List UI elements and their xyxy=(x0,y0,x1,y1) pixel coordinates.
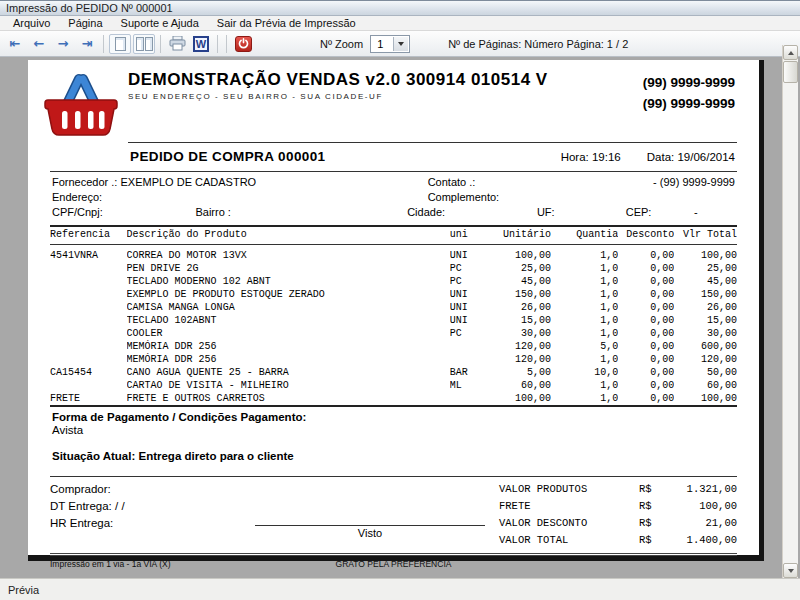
cidade-label: Cidade: xyxy=(407,205,537,220)
column-header: Vlr Total xyxy=(674,227,737,245)
table-row: MEMÓRIA DDR 256120,001,00,00120,00 xyxy=(50,353,737,366)
table-row: 4541VNRACORREA DO MOTOR 13VXUNI100,001,0… xyxy=(50,249,737,262)
table-row: PEN DRIVE 2GPC25,001,00,0025,00 xyxy=(50,262,737,275)
table-row: CARTAO DE VISITA - MILHEIROML60,001,00,0… xyxy=(50,379,737,392)
order-title-row: PEDIDO DE COMPRA 000001 Hora: 19:16 Data… xyxy=(128,143,737,171)
first-page-icon: ⇤ xyxy=(10,37,21,50)
table-row: EXEMPLO DE PRODUTO ESTOQUE ZERADOUNI150,… xyxy=(50,288,737,301)
uf-label: UF: xyxy=(537,205,626,220)
toolbar-separator xyxy=(103,35,104,53)
power-icon xyxy=(235,36,252,52)
zoom-label: Nº Zoom xyxy=(320,38,363,50)
items-table-header: ReferenciaDescrição do ProdutouniUnitári… xyxy=(50,227,737,245)
cpf-label: CPF/Cnpj: xyxy=(52,205,195,220)
arrow-up-icon xyxy=(788,51,794,55)
menu-suporte-e-ajuda[interactable]: Suporte e Ajuda xyxy=(112,17,208,29)
items-table: ReferenciaDescrição do ProdutouniUnitári… xyxy=(50,227,737,405)
column-header: uni xyxy=(450,227,488,245)
single-page-view-button[interactable] xyxy=(109,34,131,54)
word-icon: W xyxy=(193,36,209,52)
cep-label: CEP: xyxy=(626,205,694,220)
menu-arquivo[interactable]: Arquivo xyxy=(4,17,59,29)
column-header: Unitário xyxy=(487,227,551,245)
print-button[interactable] xyxy=(166,34,188,54)
bairro-label: Bairro : xyxy=(195,205,407,220)
order-time: Hora: 19:16 xyxy=(561,151,621,163)
export-word-button[interactable]: W xyxy=(190,34,212,54)
column-header: Referencia xyxy=(50,227,127,245)
printer-icon xyxy=(169,36,186,51)
toolbar-separator xyxy=(226,35,227,53)
order-date: Data: 19/06/2014 xyxy=(647,151,735,163)
single-page-icon xyxy=(115,37,126,51)
signature-totals-section: Comprador: DT Entrega: / / HR Entrega: V… xyxy=(50,477,737,553)
scroll-up-button[interactable] xyxy=(783,45,798,60)
basket-logo-icon xyxy=(40,70,122,138)
table-row: COOLERPC30,001,00,0030,00 xyxy=(50,327,737,340)
next-page-icon: → xyxy=(58,37,69,50)
total-row: FRETER$100,00 xyxy=(499,498,737,515)
table-row: TECLADO MODERNO 102 ABNTPC45,001,00,0045… xyxy=(50,275,737,288)
dropdown-arrow-icon[interactable] xyxy=(393,37,408,51)
zoom-value: 1 xyxy=(377,38,383,50)
last-page-button[interactable]: ⇥ xyxy=(76,34,98,54)
scroll-down-button[interactable] xyxy=(783,563,798,578)
menu-pagina[interactable]: Página xyxy=(59,17,111,29)
column-header: Quantia xyxy=(551,227,618,245)
cep-value: - xyxy=(694,205,698,220)
toolbar-separator xyxy=(160,35,161,53)
status-text: Prévia xyxy=(8,584,39,596)
company-phone-2: (99) 9999-9999 xyxy=(643,93,735,114)
close-preview-button[interactable] xyxy=(232,34,254,54)
document-page: DEMONSTRAÇÃO VENDAS v2.0 300914 010514 V… xyxy=(28,60,764,561)
contato-label: Contato .: xyxy=(428,175,476,190)
column-header: Desconto xyxy=(618,227,674,245)
table-row: CAMISA MANGA LONGAUNI26,001,00,0026,00 xyxy=(50,301,737,314)
visto-label: Visto xyxy=(255,527,485,539)
table-row: FRETEFRETE E OUTROS CARRETOS100,001,00,0… xyxy=(50,392,737,405)
window-titlebar: Impressão do PEDIDO Nº 000001 xyxy=(0,0,800,16)
company-phone-1: (99) 9999-9999 xyxy=(643,72,735,93)
status-bar: Prévia xyxy=(0,578,800,600)
next-page-button[interactable]: → xyxy=(52,34,74,54)
previous-page-icon: ← xyxy=(34,37,45,50)
endereco-label: Endereço: xyxy=(52,190,428,205)
arrow-down-icon xyxy=(788,569,794,573)
payment-section: Forma de Pagamento / Condições Pagamento… xyxy=(50,407,737,476)
situacao-atual: Situação Atual: Entrega direto para o cl… xyxy=(52,450,735,474)
fornecedor-value: EXEMPLO DE CADASTRO xyxy=(120,176,256,188)
complemento-label: Complemento: xyxy=(428,190,500,205)
menu-bar: Arquivo Página Suporte e Ajuda Sair da P… xyxy=(0,16,800,31)
supplier-section: Fornecedor .: EXEMPLO DE CADASTRO Contat… xyxy=(50,172,737,225)
previous-page-button[interactable]: ← xyxy=(28,34,50,54)
window-title: Impressão do PEDIDO Nº 000001 xyxy=(6,2,173,14)
contato-value: - (99) 9999-9999 xyxy=(653,175,735,190)
signature-line xyxy=(255,525,485,526)
payment-label: Forma de Pagamento / Condições Pagamento… xyxy=(52,411,735,423)
table-row: TECLADO 102ABNTUNI15,001,00,0015,00 xyxy=(50,314,737,327)
table-row: MEMÓRIA DDR 256120,005,00,00600,00 xyxy=(50,340,737,353)
fornecedor-label: Fornecedor .: xyxy=(52,176,117,188)
total-row: VALOR PRODUTOSR$1.321,00 xyxy=(499,481,737,498)
order-title: PEDIDO DE COMPRA 000001 xyxy=(130,149,326,164)
column-header: Descrição do Produto xyxy=(127,227,450,245)
total-row: VALOR TOTALR$1.400,00 xyxy=(499,532,737,549)
total-row: VALOR DESCONTOR$21,00 xyxy=(499,515,737,532)
toolbar: ⇤ ← → ⇥ W Nº Zoom 1 Nº de Páginas: Númer… xyxy=(0,31,800,57)
document-header: DEMONSTRAÇÃO VENDAS v2.0 300914 010514 V… xyxy=(50,70,737,134)
toolbar-separator xyxy=(217,35,218,53)
totals-block: VALOR PRODUTOSR$1.321,00FRETER$100,00VAL… xyxy=(499,481,737,549)
table-row: CA15454CANO AGUA QUENTE 25 - BARRABAR5,0… xyxy=(50,366,737,379)
dt-entrega-label: DT Entrega: xyxy=(50,500,112,512)
last-page-icon: ⇥ xyxy=(82,37,93,50)
preview-area: DEMONSTRAÇÃO VENDAS v2.0 300914 010514 V… xyxy=(0,57,800,578)
thanks-note: GRATO PELA PREFERENCIA xyxy=(50,559,737,569)
two-page-view-button[interactable] xyxy=(133,34,155,54)
zoom-dropdown[interactable]: 1 xyxy=(370,35,410,53)
vertical-scrollbar[interactable] xyxy=(782,45,798,578)
first-page-button[interactable]: ⇤ xyxy=(4,34,26,54)
two-page-icon xyxy=(136,37,153,51)
scrollbar-thumb[interactable] xyxy=(783,61,798,83)
payment-value: Avista xyxy=(52,424,735,436)
menu-sair-da-previa[interactable]: Sair da Prévia de Impressão xyxy=(208,17,365,29)
